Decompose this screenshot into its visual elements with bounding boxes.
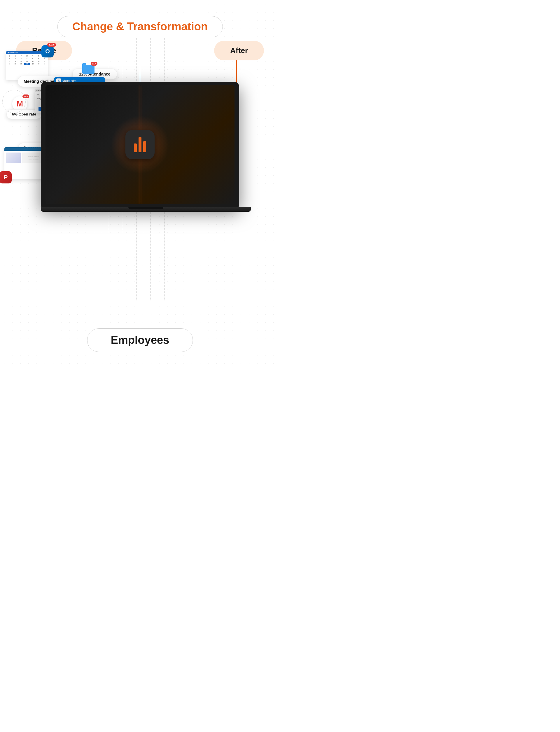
powerpoint-badge: P	[0, 171, 12, 183]
ppt-slide: Click to add title Click to add subtitle	[4, 151, 47, 165]
outlook-icon: O 1,675	[41, 45, 54, 57]
laptop-container	[41, 82, 239, 212]
laptop-screen	[45, 85, 235, 204]
app-icon-bars	[134, 137, 146, 152]
folder-badge: 917	[82, 64, 95, 75]
folder-badge-count: 917	[91, 62, 97, 66]
employees-label: Employees	[87, 328, 193, 352]
outlook-badge: O 1,675	[41, 45, 54, 57]
orange-line-bottom	[140, 251, 140, 341]
page-title: Change & Transformation	[57, 16, 223, 37]
bar-1	[134, 143, 137, 152]
outlook-badge-count: 1,675	[47, 43, 56, 47]
folder-icon: 917	[82, 65, 95, 75]
laptop-notch	[128, 207, 163, 209]
laptop-base	[41, 207, 251, 212]
bar-2	[139, 137, 141, 152]
ppt-thumbnail	[6, 153, 21, 163]
powerpoint-icon: P	[0, 171, 12, 183]
laptop-body	[41, 82, 239, 207]
bar-3	[143, 141, 146, 152]
gmail-m-letter: M	[17, 99, 23, 108]
app-icon	[125, 130, 155, 159]
after-pill: After	[214, 41, 264, 60]
ppt-placeholder: Click to add title	[28, 156, 39, 157]
gmail-badge-count: 789	[22, 94, 29, 98]
ppt-subtitle: Click to add subtitle	[29, 158, 39, 160]
ppt-header	[4, 147, 47, 151]
